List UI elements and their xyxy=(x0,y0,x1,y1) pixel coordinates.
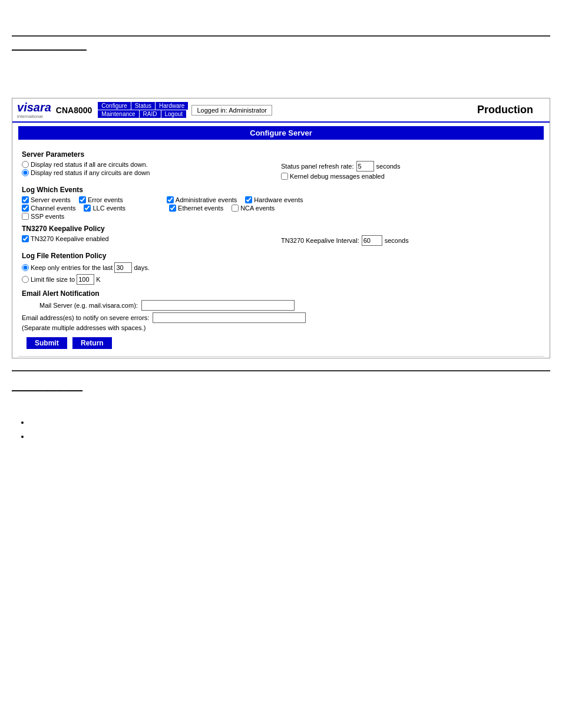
retention-radio1-label[interactable]: Keep only entries for the last days. xyxy=(22,262,150,273)
configure-btn[interactable]: Configure xyxy=(98,102,130,110)
content-area: Server Parameters Display red status if … xyxy=(12,143,550,355)
nav-buttons: Configure Status Hardware Maintenance RA… xyxy=(98,102,188,118)
tn3270-enabled-checkbox[interactable] xyxy=(22,235,29,242)
kernel-debug-checkbox[interactable] xyxy=(281,173,288,180)
retention-radio1-row: Keep only entries for the last days. xyxy=(22,262,540,273)
btn-row: Submit Return xyxy=(22,337,540,349)
cb-ssp-events[interactable]: SSP events xyxy=(22,213,64,220)
status-refresh-input[interactable] xyxy=(356,161,374,172)
log-row-1: Server events Error events Administrativ… xyxy=(22,196,540,203)
cb-error-events[interactable]: Error events xyxy=(79,196,123,203)
cb-llc-events[interactable]: LLC events xyxy=(84,205,125,212)
bottom-rule2 xyxy=(12,370,550,371)
log-events-title: Log Which Events xyxy=(22,186,540,194)
configure-title-bar: Configure Server xyxy=(18,126,544,140)
cb-nca-events[interactable]: NCA events xyxy=(232,205,275,212)
submit-button[interactable]: Submit xyxy=(27,337,67,349)
tn3270-title: TN3270 Keepalive Policy xyxy=(22,225,540,233)
status-btn[interactable]: Status xyxy=(131,102,155,110)
production-label: Production xyxy=(477,104,545,116)
kernel-debug-label[interactable]: Kernel debug messages enabled xyxy=(281,173,385,180)
logo-area: visara international CNA8000 xyxy=(17,101,98,119)
bottom-rule-panel xyxy=(18,356,544,357)
raid-btn[interactable]: RAID xyxy=(140,110,161,118)
nav-row-2: Maintenance RAID Logout xyxy=(98,110,188,118)
radio-all-circuits: Display red status if all are circuits d… xyxy=(22,161,281,168)
log-row-3: SSP events xyxy=(22,213,540,220)
logout-btn[interactable]: Logout xyxy=(161,110,187,118)
visara-intl: international xyxy=(17,114,51,119)
email-alert-title: Email Alert Notification xyxy=(22,289,540,298)
radio-any-circuit: Display red status if any circuits are d… xyxy=(22,169,281,176)
retention-radio2-label[interactable]: Limit file size to K xyxy=(22,274,101,285)
tn3270-interval-row: TN3270 Keepalive Interval: seconds xyxy=(281,235,540,246)
cb-channel-events[interactable]: Channel events xyxy=(22,205,75,212)
retention-size-input[interactable] xyxy=(77,274,94,285)
logged-in-box: Logged in: Administrator xyxy=(191,105,272,116)
bullet-list xyxy=(12,415,550,443)
log-events-section: Server events Error events Administrativ… xyxy=(22,196,540,220)
tn3270-interval-unit: seconds xyxy=(385,237,409,244)
cb-admin-events[interactable]: Administrative events xyxy=(167,196,237,203)
kernel-debug-row: Kernel debug messages enabled xyxy=(281,173,540,180)
email-note: (Separate multiple addresses with spaces… xyxy=(22,324,146,331)
mail-server-label: Mail Server (e.g. mail.visara.com): xyxy=(39,302,138,309)
nav-row-1: Configure Status Hardware xyxy=(98,102,188,110)
email-addr-input[interactable] xyxy=(153,312,306,323)
top-link-area: ___________________ xyxy=(12,42,550,51)
server-params-right: Status panel refresh rate: seconds Kerne… xyxy=(281,161,540,181)
radio-all-circuits-input[interactable] xyxy=(22,161,29,168)
retention-days-input[interactable] xyxy=(114,262,132,273)
cb-ethernet-events[interactable]: Ethernet events xyxy=(169,205,223,212)
radio-all-circuits-label[interactable]: Display red status if all are circuits d… xyxy=(22,161,148,168)
return-button[interactable]: Return xyxy=(72,337,112,349)
visara-logo: visara international xyxy=(17,101,51,119)
retention-radio1[interactable] xyxy=(22,264,29,271)
bottom-link[interactable]: __________________ xyxy=(12,383,82,391)
log-retention-title: Log File Retention Policy xyxy=(22,252,540,260)
tn3270-left: TN3270 Keepalive enabled xyxy=(22,235,281,243)
email-addr-label: Email address(es) to notify on severe er… xyxy=(22,314,149,321)
tn3270-interval-input[interactable] xyxy=(362,235,382,246)
tn3270-interval-label: TN3270 Keepalive Interval: xyxy=(281,237,359,244)
radio-any-circuit-label[interactable]: Display red status if any circuits are d… xyxy=(22,169,150,176)
status-refresh-row: Status panel refresh rate: seconds xyxy=(281,161,540,172)
cna-model: CNA8000 xyxy=(56,106,92,115)
status-refresh-label: Status panel refresh rate: xyxy=(281,163,354,170)
cb-hardware-events[interactable]: Hardware events xyxy=(245,196,303,203)
bullet-item-1 xyxy=(29,415,550,429)
cb-server-events[interactable]: Server events xyxy=(22,196,71,203)
maintenance-btn[interactable]: Maintenance xyxy=(98,110,138,118)
tn3270-right: TN3270 Keepalive Interval: seconds xyxy=(281,235,540,247)
page-wrapper: ___________________ visara international… xyxy=(0,35,562,728)
hardware-btn[interactable]: Hardware xyxy=(156,102,188,110)
email-note-row: (Separate multiple addresses with spaces… xyxy=(22,324,540,331)
tn3270-section: TN3270 Keepalive enabled TN3270 Keepaliv… xyxy=(22,235,540,247)
server-params-title: Server Parameters xyxy=(22,150,540,159)
status-refresh-unit: seconds xyxy=(376,163,401,170)
radio-any-circuit-input[interactable] xyxy=(22,169,29,176)
email-alert-section: Mail Server (e.g. mail.visara.com): Emai… xyxy=(22,300,540,331)
top-rule xyxy=(12,35,550,37)
log-retention-section: Keep only entries for the last days. Lim… xyxy=(22,262,540,285)
tn3270-enabled-label[interactable]: TN3270 Keepalive enabled xyxy=(22,235,109,242)
email-addr-row: Email address(es) to notify on severe er… xyxy=(22,312,540,323)
bottom-section: __________________ xyxy=(12,370,550,443)
mail-server-row: Mail Server (e.g. mail.visara.com): xyxy=(22,300,540,311)
main-panel: visara international CNA8000 Configure S… xyxy=(12,98,550,358)
mail-server-input[interactable] xyxy=(141,300,295,311)
bullet-item-2 xyxy=(29,429,550,443)
server-params-left: Display red status if all are circuits d… xyxy=(22,161,281,177)
top-link[interactable]: ___________________ xyxy=(12,42,87,51)
header-bar: visara international CNA8000 Configure S… xyxy=(12,98,550,123)
retention-radio2-row: Limit file size to K xyxy=(22,274,540,285)
tn3270-enabled-row: TN3270 Keepalive enabled xyxy=(22,235,281,242)
server-params-section: Display red status if all are circuits d… xyxy=(22,161,540,181)
log-row-2: Channel events LLC events Ethernet event… xyxy=(22,205,540,212)
retention-radio2[interactable] xyxy=(22,276,29,283)
